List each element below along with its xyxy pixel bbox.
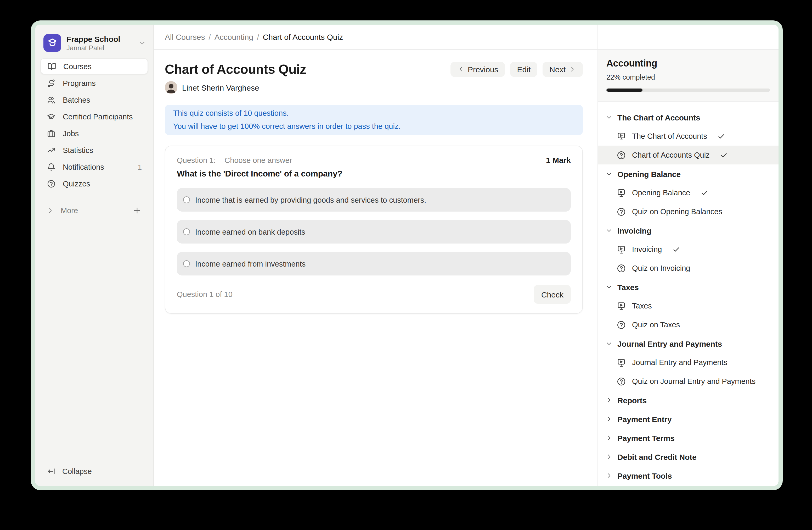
collapse-sidebar-button[interactable]: Collapse: [40, 463, 148, 480]
school-user: Jannat Patel: [67, 44, 120, 52]
radio-button[interactable]: [183, 196, 190, 203]
notice-line: This quiz consists of 10 questions.: [173, 107, 575, 120]
outline-section-title: Payment Entry: [618, 415, 672, 423]
course-outline-tree: The Chart of AccountsThe Chart of Accoun…: [598, 102, 779, 486]
outline-section-payment-tools[interactable]: Payment Tools: [598, 466, 779, 485]
help-circle-icon: [616, 263, 626, 273]
outline-item-chart-of-accounts-quiz[interactable]: Chart of Accounts Quiz: [598, 145, 779, 165]
outline-item-journal-entry-and-payments[interactable]: Journal Entry and Payments: [598, 353, 779, 372]
left-sidebar: Frappe School Jannat Patel CoursesProgra…: [35, 25, 154, 486]
course-outline-panel: Accounting 22% completed The Chart of Ac…: [597, 25, 779, 486]
chevron-down-icon: [605, 170, 613, 178]
question-number-label: Question 1:: [177, 156, 216, 165]
sidebar-item-label: Programs: [63, 79, 96, 87]
outline-section-title: Invoicing: [618, 226, 651, 235]
sidebar-item-jobs[interactable]: Jobs: [40, 125, 148, 141]
outline-section-title: Payment Tools: [618, 471, 672, 480]
next-button[interactable]: Next: [542, 61, 583, 77]
answer-options: Income that is earned by providing goods…: [177, 188, 571, 276]
outline-section-title: Payment Terms: [618, 433, 675, 442]
outline-section-taxes[interactable]: Taxes: [598, 278, 779, 296]
outline-section-title: The Chart of Accounts: [618, 113, 700, 122]
outline-item-invoicing[interactable]: Invoicing: [598, 240, 779, 259]
breadcrumb-accounting[interactable]: Accounting: [215, 32, 253, 41]
check-answer-button[interactable]: Check: [534, 285, 571, 304]
collapse-label: Collapse: [62, 467, 92, 476]
trending-up-icon: [46, 145, 56, 155]
page-title: Chart of Accounts Quiz: [165, 61, 306, 77]
sidebar-item-certified-participants[interactable]: Certified Participants: [40, 108, 148, 125]
outline-item-label: Opening Balance: [632, 189, 690, 197]
outline-section-title: Reports: [618, 396, 647, 405]
answer-option-1[interactable]: Income that is earned by providing goods…: [177, 188, 571, 212]
outline-item-quiz-on-taxes[interactable]: Quiz on Taxes: [598, 315, 779, 334]
outline-item-opening-balance[interactable]: Opening Balance: [598, 183, 779, 202]
chevron-right-icon: [605, 415, 613, 423]
radio-button[interactable]: [183, 228, 190, 235]
progress-bar-fill: [606, 88, 642, 92]
outline-item-label: Journal Entry and Payments: [632, 358, 727, 367]
school-switcher[interactable]: Frappe School Jannat Patel: [40, 30, 148, 58]
radio-button[interactable]: [183, 260, 190, 267]
chevron-down-icon: [139, 39, 146, 46]
outline-section-title: Opening Balance: [618, 169, 681, 178]
progress-bar: [606, 88, 770, 92]
answer-option-3[interactable]: Income earned from investments: [177, 252, 571, 276]
author-name: Linet Sherin Varghese: [182, 83, 259, 92]
monitor-play-icon: [616, 301, 626, 311]
outline-section-payment-entry[interactable]: Payment Entry: [598, 409, 779, 428]
question-text: What is the 'Direct Income' of a company…: [177, 169, 571, 179]
chevron-down-icon: [605, 227, 613, 234]
previous-button[interactable]: Previous: [450, 61, 505, 77]
monitor-play-icon: [616, 131, 626, 141]
help-circle-icon: [616, 376, 626, 386]
answer-option-label: Income earned on bank deposits: [195, 227, 305, 236]
outline-item-label: Quiz on Opening Balances: [632, 207, 722, 216]
course-progress-header: Accounting 22% completed: [598, 50, 779, 102]
breadcrumb-separator: /: [208, 32, 211, 41]
notification-count-badge: 1: [137, 163, 142, 171]
outline-section-the-chart-of-accounts[interactable]: The Chart of Accounts: [598, 108, 779, 127]
author-row: Linet Sherin Varghese: [165, 81, 583, 94]
outline-section-payment-terms[interactable]: Payment Terms: [598, 428, 779, 447]
sidebar-item-statistics[interactable]: Statistics: [40, 142, 148, 158]
monitor-play-icon: [616, 188, 626, 198]
outline-section-journal-entry-and-payments[interactable]: Journal Entry and Payments: [598, 334, 779, 353]
chevron-right-icon: [605, 396, 613, 404]
outline-item-quiz-on-journal-entry-and-payments[interactable]: Quiz on Journal Entry and Payments: [598, 372, 779, 391]
outline-item-taxes[interactable]: Taxes: [598, 296, 779, 315]
sidebar-item-notifications[interactable]: Notifications1: [40, 159, 148, 175]
chevron-left-icon: [457, 66, 465, 73]
question-pagination: Question 1 of 10: [177, 290, 233, 298]
help-circle-icon: [616, 320, 626, 330]
more-label: More: [61, 206, 78, 214]
quiz-card: Question 1: Choose one answer 1 Mark Wha…: [165, 145, 583, 314]
outline-item-the-chart-of-accounts[interactable]: The Chart of Accounts: [598, 127, 779, 145]
breadcrumb-current: Chart of Accounts Quiz: [263, 32, 343, 41]
edit-button[interactable]: Edit: [510, 61, 538, 77]
users-icon: [46, 95, 56, 104]
bell-icon: [46, 162, 56, 171]
sidebar-item-programs[interactable]: Programs: [40, 75, 148, 91]
outline-section-invoicing[interactable]: Invoicing: [598, 221, 779, 240]
outline-section-opening-balance[interactable]: Opening Balance: [598, 165, 779, 183]
breadcrumb-all-courses[interactable]: All Courses: [165, 32, 205, 41]
outline-item-quiz-on-opening-balances[interactable]: Quiz on Opening Balances: [598, 202, 779, 221]
page: Frappe School Jannat Patel CoursesProgra…: [0, 0, 812, 530]
outline-section-reports[interactable]: Reports: [598, 391, 779, 409]
sidebar-item-more[interactable]: More: [40, 202, 148, 219]
answer-option-2[interactable]: Income earned on bank deposits: [177, 220, 571, 243]
outline-item-quiz-on-invoicing[interactable]: Quiz on Invoicing: [598, 259, 779, 278]
course-progress-text: 22% completed: [606, 73, 770, 82]
sidebar-item-batches[interactable]: Batches: [40, 92, 148, 108]
check-icon: [717, 132, 725, 140]
chevron-right-icon: [605, 453, 613, 460]
sidebar-menu: CoursesProgramsBatchesCertified Particip…: [40, 58, 148, 192]
help-circle-icon: [616, 207, 626, 217]
answer-option-label: Income that is earned by providing goods…: [195, 196, 426, 204]
sidebar-item-courses[interactable]: Courses: [40, 58, 148, 74]
outline-section-title: Journal Entry and Payments: [618, 339, 722, 348]
plus-icon[interactable]: [132, 206, 142, 215]
outline-section-debit-and-credit-note[interactable]: Debit and Credit Note: [598, 447, 779, 466]
sidebar-item-quizzes[interactable]: Quizzes: [40, 176, 148, 192]
